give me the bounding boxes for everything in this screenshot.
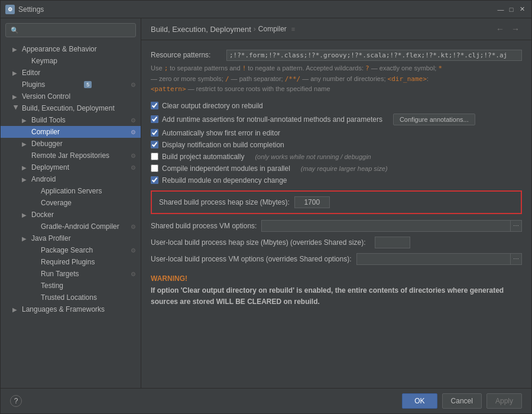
sidebar-item-deployment[interactable]: ▶ Deployment ⚙ bbox=[1, 161, 141, 173]
sidebar-item-version-control[interactable]: ▶ Version Control bbox=[1, 90, 141, 102]
vm-options-expand-button[interactable]: ⋯ bbox=[511, 220, 522, 232]
sidebar-item-label: Version Control bbox=[22, 92, 70, 101]
warning-title: WARNING! bbox=[151, 274, 522, 283]
forward-button[interactable]: → bbox=[509, 23, 522, 35]
user-vm-label: User-local build process VM options (ove… bbox=[151, 255, 352, 263]
minimize-button[interactable]: — bbox=[496, 5, 505, 14]
bottom-bar: ? OK Cancel Apply bbox=[1, 388, 531, 413]
panel-body: Resource patterns: Use ; to separate pat… bbox=[141, 40, 531, 388]
resource-patterns-input[interactable] bbox=[226, 50, 522, 61]
settings-icon: ⚙ bbox=[131, 82, 136, 88]
sidebar-item-label: Docker bbox=[31, 211, 54, 219]
sidebar-item-label: Gradle-Android Compiler bbox=[41, 222, 119, 231]
sidebar-item-build-tools[interactable]: ▶ Build Tools ⚙ bbox=[1, 114, 141, 126]
bottom-right: OK Cancel Apply bbox=[402, 393, 522, 409]
help-text: Use ; to separate patterns and ! to nega… bbox=[151, 63, 522, 95]
breadcrumb: Build, Execution, Deployment › Compiler … bbox=[151, 25, 490, 34]
sidebar-item-label: Run Targets bbox=[41, 270, 79, 278]
vm-options-label: Shared build process VM options: bbox=[151, 222, 257, 230]
settings-icon: ⚙ bbox=[131, 271, 136, 277]
settings-icon: ⚙ bbox=[131, 224, 136, 230]
vm-options-row: Shared build process VM options: ⋯ bbox=[151, 220, 522, 232]
close-button[interactable]: ✕ bbox=[517, 5, 527, 14]
build-auto-label: Build project automatically bbox=[162, 153, 244, 161]
runtime-assertions-label: Add runtime assertions for notnull-annot… bbox=[162, 115, 382, 124]
rebuild-module-label: Rebuild module on dependency change bbox=[162, 176, 287, 185]
heap-input[interactable] bbox=[294, 196, 330, 208]
sidebar-item-label: Android bbox=[31, 175, 56, 183]
sidebar-item-label: Testing bbox=[41, 282, 63, 290]
cancel-button[interactable]: Cancel bbox=[442, 393, 482, 409]
sidebar-item-label: Remote Jar Repositories bbox=[31, 151, 109, 160]
breadcrumb-build: Build, Execution, Deployment bbox=[151, 25, 251, 34]
sidebar-item-label: Debugger bbox=[31, 140, 63, 148]
sidebar-item-keymap[interactable]: Keymap bbox=[1, 55, 141, 67]
sidebar-item-build-execution[interactable]: ▶ Build, Execution, Deployment bbox=[1, 102, 141, 114]
compile-parallel-label: Compile independent modules in parallel bbox=[162, 164, 290, 173]
user-heap-row: User-local build process heap size (Mbyt… bbox=[151, 237, 522, 248]
sidebar-item-label: Compiler bbox=[31, 128, 60, 136]
arrow-icon: ▶ bbox=[12, 70, 20, 76]
checkbox-display-notification: Display notification on build completion bbox=[151, 141, 522, 149]
sidebar-item-testing[interactable]: Testing bbox=[1, 280, 141, 292]
main-panel: Build, Execution, Deployment › Compiler … bbox=[141, 18, 531, 388]
compile-parallel-checkbox[interactable] bbox=[151, 164, 158, 172]
settings-icon: ⚙ bbox=[131, 164, 136, 171]
bottom-left: ? bbox=[10, 395, 22, 407]
sidebar-item-required-plugins[interactable]: Required Plugins bbox=[1, 256, 141, 268]
search-icon: 🔍 bbox=[11, 27, 19, 34]
arrow-icon: ▶ bbox=[22, 176, 29, 183]
user-vm-row: User-local build process VM options (ove… bbox=[151, 253, 522, 265]
configure-annotations-button[interactable]: Configure annotations... bbox=[393, 114, 475, 125]
apply-button[interactable]: Apply bbox=[486, 393, 522, 409]
resource-patterns-row: Resource patterns: bbox=[151, 50, 522, 61]
vm-options-input[interactable] bbox=[261, 220, 511, 232]
sidebar-item-coverage[interactable]: Coverage bbox=[1, 197, 141, 209]
sidebar-item-java-profiler[interactable]: ▶ Java Profiler bbox=[1, 232, 141, 244]
sidebar-item-application-servers[interactable]: Application Servers bbox=[1, 185, 141, 197]
user-heap-input[interactable] bbox=[375, 237, 410, 248]
heap-row: Shared build process heap size (Mbytes): bbox=[159, 196, 514, 208]
rebuild-module-checkbox[interactable] bbox=[151, 176, 158, 184]
sidebar-item-languages[interactable]: ▶ Languages & Frameworks bbox=[1, 303, 141, 315]
sidebar-item-android[interactable]: ▶ Android bbox=[1, 173, 141, 185]
sidebar-item-appearance[interactable]: ▶ Appearance & Behavior bbox=[1, 43, 141, 55]
arrow-icon: ▶ bbox=[12, 306, 20, 313]
back-button[interactable]: ← bbox=[494, 23, 507, 35]
show-first-error-checkbox[interactable] bbox=[151, 129, 158, 137]
sidebar-item-compiler[interactable]: Compiler ⚙ bbox=[1, 126, 141, 138]
sidebar-item-docker[interactable]: ▶ Docker bbox=[1, 209, 141, 221]
heap-section: Shared build process heap size (Mbytes): bbox=[151, 190, 522, 214]
sidebar-item-label: Application Servers bbox=[41, 187, 102, 195]
checkbox-build-auto: Build project automatically (only works … bbox=[151, 153, 522, 161]
sidebar-item-label: Build, Execution, Deployment bbox=[22, 104, 115, 112]
runtime-assertions-checkbox[interactable] bbox=[151, 115, 158, 123]
checkbox-clear-output: Clear output directory on rebuild bbox=[151, 102, 522, 110]
sidebar-item-run-targets[interactable]: Run Targets ⚙ bbox=[1, 268, 141, 280]
sidebar-item-remote-jar[interactable]: Remote Jar Repositories ⚙ bbox=[1, 150, 141, 161]
sidebar-item-editor[interactable]: ▶ Editor bbox=[1, 67, 141, 79]
search-box[interactable]: 🔍 bbox=[5, 23, 136, 37]
sidebar-item-label: Appearance & Behavior bbox=[22, 45, 97, 53]
arrow-icon: ▶ bbox=[12, 93, 20, 100]
sidebar-item-label: Editor bbox=[22, 69, 40, 77]
maximize-button[interactable]: □ bbox=[507, 5, 516, 14]
display-notification-checkbox[interactable] bbox=[151, 141, 158, 148]
sidebar-item-trusted-locations[interactable]: Trusted Locations bbox=[1, 292, 141, 303]
ok-button[interactable]: OK bbox=[402, 393, 437, 409]
user-vm-input[interactable] bbox=[356, 253, 511, 265]
sidebar-item-gradle-android[interactable]: Gradle-Android Compiler ⚙ bbox=[1, 221, 141, 232]
clear-output-checkbox[interactable] bbox=[151, 102, 158, 109]
sidebar-item-label: Coverage bbox=[41, 199, 72, 207]
sidebar-item-debugger[interactable]: ▶ Debugger bbox=[1, 138, 141, 150]
sidebar: 🔍 ▶ Appearance & Behavior Keymap ▶ Edito… bbox=[1, 18, 141, 388]
build-auto-checkbox[interactable] bbox=[151, 153, 158, 160]
sidebar-item-plugins[interactable]: Plugins 5 ⚙ bbox=[1, 79, 141, 90]
warning-section: WARNING! If option 'Clear output directo… bbox=[151, 274, 522, 308]
sidebar-item-package-search[interactable]: Package Search ⚙ bbox=[1, 244, 141, 256]
search-input[interactable] bbox=[22, 26, 131, 34]
user-vm-expand-button[interactable]: ⋯ bbox=[511, 253, 522, 265]
help-button[interactable]: ? bbox=[10, 395, 22, 407]
window-controls: — □ ✕ bbox=[496, 5, 527, 14]
breadcrumb-separator: › bbox=[254, 25, 256, 33]
